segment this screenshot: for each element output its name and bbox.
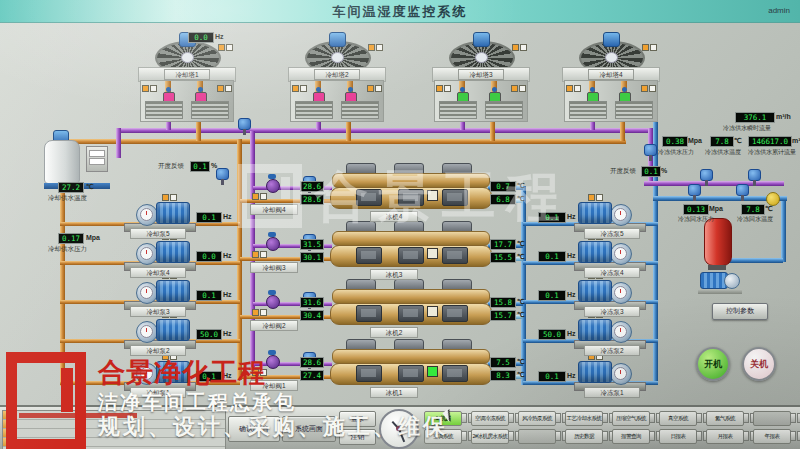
pressure-gauge-icon xyxy=(614,208,627,221)
auto-manual-indicator xyxy=(566,85,581,92)
nav-monthly-report[interactable]: 月报表 xyxy=(706,429,744,444)
sensor-transmitter-icon[interactable] xyxy=(238,118,251,130)
chilled-pump-4[interactable] xyxy=(578,240,640,266)
company-logo-icon xyxy=(6,352,86,449)
chilled-flow-display: 376.1 xyxy=(735,112,775,123)
sensor-transmitter-icon[interactable] xyxy=(688,184,701,196)
sensor-transmitter-icon[interactable] xyxy=(216,168,229,180)
company-brand-text: 合景净化工程 xyxy=(98,355,266,391)
pipe xyxy=(726,258,783,263)
pump-motor xyxy=(156,202,190,224)
nav-vacuum-system[interactable]: 真空系统 xyxy=(659,411,697,426)
cooling-pump-2[interactable] xyxy=(128,318,190,344)
sensor-transmitter-icon[interactable] xyxy=(700,169,713,181)
pump-motor xyxy=(156,280,190,302)
control-panel-icon xyxy=(398,247,424,264)
pump-hz-display: 0.1 xyxy=(538,290,566,301)
pipe-chilled-main xyxy=(521,186,526,385)
chilled-pump-3[interactable] xyxy=(578,279,640,305)
nav-machine-room-2[interactable]: 2#冰机房水系统 xyxy=(471,429,509,444)
sensor-transmitter-icon[interactable] xyxy=(748,169,761,181)
dosing-tank-unit[interactable] xyxy=(44,130,116,188)
nav-process-cooling-system[interactable]: 工艺冷却水系统 xyxy=(565,411,603,426)
celsius-unit: ℃ xyxy=(517,253,525,261)
nav-disabled xyxy=(518,429,556,444)
chilled-pump-5[interactable] xyxy=(578,201,640,227)
cooling-tower-3[interactable]: 冷却塔3 xyxy=(432,40,528,120)
pump-motor xyxy=(578,280,612,302)
nav-air-heat-pump-system[interactable]: 风冷热泵系统 xyxy=(518,411,556,426)
chilled-supply-temp-display: 7.8 xyxy=(710,136,734,147)
company-tagline-2: 规划、设计、采购、施工、维保 xyxy=(98,412,448,442)
pump-head xyxy=(136,204,158,226)
nav-compressed-air-system[interactable]: 压缩空气系统 xyxy=(612,411,650,426)
power-off-button[interactable]: 关机 xyxy=(742,347,776,381)
valve-feedback-label: 开度反馈 xyxy=(158,162,184,171)
nav-daily-report[interactable]: 日报表 xyxy=(659,429,697,444)
manual-valve-icon[interactable] xyxy=(766,192,780,206)
chiller-3[interactable] xyxy=(330,230,490,266)
sensor-transmitter-icon[interactable] xyxy=(736,184,749,196)
chiller-2[interactable] xyxy=(330,288,490,324)
tower1-fan-hz-display: 0.0 xyxy=(188,32,214,43)
control-panel-icon xyxy=(356,247,382,264)
cooling-valve-icon[interactable] xyxy=(266,295,280,309)
cooling-valve-icon[interactable] xyxy=(266,179,280,193)
nav-alarm-query[interactable]: 报警查询 xyxy=(612,429,650,444)
chilled-return-pressure-display: 0.13 xyxy=(683,204,709,215)
nav-nitrogen-system[interactable]: 氮气系统 xyxy=(706,411,744,426)
control-panel-icon xyxy=(356,365,382,382)
chilled-pump-2[interactable] xyxy=(578,318,640,344)
nav-history-data[interactable]: 历史数据 xyxy=(565,429,603,444)
pump-label: 冷却泵3 xyxy=(130,306,186,317)
pump-head xyxy=(724,273,740,289)
hz-unit: Hz xyxy=(223,330,232,337)
tower-body xyxy=(564,80,658,122)
tank-control-box xyxy=(86,146,108,172)
cooling-pump-5[interactable] xyxy=(128,201,190,227)
louver-grille xyxy=(569,101,607,119)
control-params-button[interactable]: 控制参数 xyxy=(712,303,768,320)
pump-label: 冷冻泵2 xyxy=(584,345,640,356)
celsius-unit: ℃ xyxy=(517,182,525,190)
cooling-tower-4[interactable]: 冷却塔4 xyxy=(562,40,658,120)
cooling-valve-icon[interactable] xyxy=(266,237,280,251)
pump-head xyxy=(136,282,158,304)
chiller-4[interactable] xyxy=(330,172,490,208)
power-on-button[interactable]: 开机 xyxy=(696,347,730,381)
chiller-1[interactable] xyxy=(330,348,490,384)
makeup-pump[interactable] xyxy=(698,270,744,294)
louver-grille xyxy=(341,101,379,119)
pump-hz-display: 50.0 xyxy=(538,329,566,340)
fan-motor-icon xyxy=(603,32,620,47)
cooling-tower-2[interactable]: 冷却塔2 xyxy=(288,40,384,120)
cooling-supply-pressure-display: 0.17 xyxy=(58,233,84,244)
celsius-unit: ℃ xyxy=(517,371,525,379)
chilled-supply-pressure-display: 0.38 xyxy=(662,136,688,147)
chiller-chw-in-display: 15.7 xyxy=(490,310,516,321)
auto-manual-indicator xyxy=(368,44,383,51)
pump-head xyxy=(610,204,632,226)
cooling-pump-3[interactable] xyxy=(128,279,190,305)
hz-unit: Hz xyxy=(215,33,224,40)
cooling-pump-4[interactable] xyxy=(128,240,190,266)
celsius-unit: ℃ xyxy=(765,205,773,213)
nav-yearly-report[interactable]: 年报表 xyxy=(753,429,791,444)
pump-motor xyxy=(578,319,612,341)
status-indicator xyxy=(427,306,438,317)
chilled-total-flow-display: 146617.0 xyxy=(748,136,792,147)
pressure-gauge-icon xyxy=(614,247,627,260)
chilled-pump-1[interactable] xyxy=(578,360,640,386)
celsius-unit: ℃ xyxy=(517,240,525,248)
m3-unit: m³ xyxy=(792,137,800,144)
chilled-return-pressure-label: 冷冻回水压力 xyxy=(678,215,714,224)
cooling-tower-1[interactable]: 冷却塔1 xyxy=(138,40,234,120)
auto-manual-indicator xyxy=(292,85,307,92)
nav-ac-chilled-system[interactable]: 空调冷冻系统 xyxy=(471,411,509,426)
pump-head xyxy=(610,363,632,385)
m3h-unit: m³/h xyxy=(776,113,791,120)
sensor-transmitter-icon[interactable] xyxy=(644,144,657,156)
cooling-valve-icon[interactable] xyxy=(266,355,280,369)
pressure-gauge-icon xyxy=(140,286,153,299)
page-title: 车间温湿度监控系统 xyxy=(0,3,800,21)
